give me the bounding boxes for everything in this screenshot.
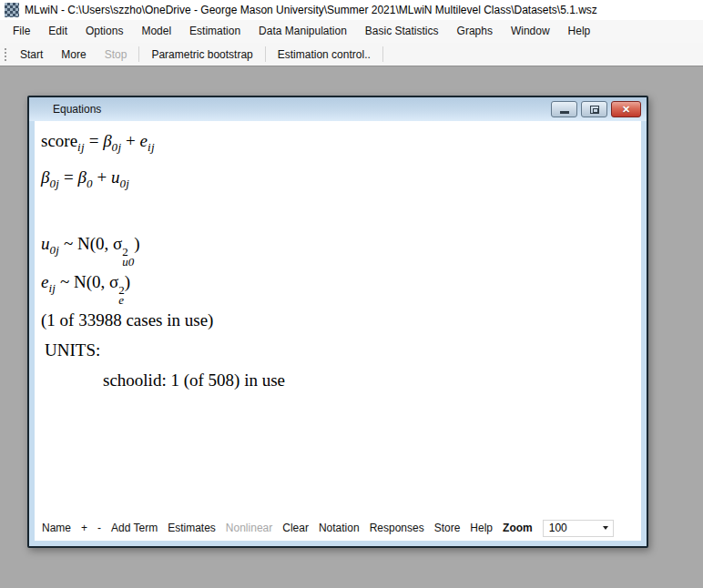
- minus-button[interactable]: -: [97, 522, 101, 534]
- menu-file[interactable]: File: [4, 20, 39, 43]
- estimation-toolbar: Start More Stop Parametric bootstrap Est…: [0, 43, 703, 66]
- cases-in-use-text: (1 of 33988 cases in use): [41, 305, 641, 335]
- menu-estimation[interactable]: Estimation: [180, 20, 250, 43]
- menu-data-manipulation[interactable]: Data Manipulation: [250, 20, 356, 43]
- minimize-icon: [560, 111, 569, 114]
- toolbar-separator: [138, 46, 139, 62]
- units-label: UNITS:: [41, 335, 641, 365]
- equations-client-area: scoreij = β0j + eij β0j = β0 + u0j u0j ~…: [35, 121, 641, 541]
- close-button[interactable]: ✕: [611, 101, 641, 117]
- plus-button[interactable]: +: [81, 522, 87, 534]
- equations-bottom-toolbar: Name + - Add Term Estimates Nonlinear Cl…: [35, 517, 641, 541]
- parametric-bootstrap-button[interactable]: Parametric bootstrap: [142, 44, 261, 66]
- maximize-icon: [590, 106, 599, 114]
- equations-window-title: Equations: [53, 103, 101, 116]
- menu-edit[interactable]: Edit: [39, 20, 76, 43]
- model-equation-blank: [41, 198, 641, 228]
- model-equation-response[interactable]: scoreij = β0j + eij: [41, 126, 641, 162]
- toolbar-separator: [382, 46, 383, 62]
- toolbar-separator: [265, 46, 266, 62]
- equations-window: Equations ✕ scoreij = β0j + eij β0j = β0…: [27, 96, 648, 548]
- stop-button[interactable]: Stop: [96, 44, 137, 66]
- menu-help[interactable]: Help: [559, 20, 600, 43]
- estimates-button[interactable]: Estimates: [168, 522, 216, 534]
- menu-window[interactable]: Window: [502, 20, 559, 43]
- menu-basic-statistics[interactable]: Basic Statistics: [356, 20, 448, 43]
- minimize-button[interactable]: [551, 101, 577, 117]
- estimation-control-button[interactable]: Estimation control..: [269, 44, 380, 66]
- add-term-button[interactable]: Add Term: [111, 522, 158, 534]
- menubar: File Edit Options Model Estimation Data …: [0, 20, 703, 43]
- equations-pane[interactable]: scoreij = β0j + eij β0j = β0 + u0j u0j ~…: [35, 121, 641, 517]
- zoom-dropdown[interactable]: 100: [543, 520, 614, 537]
- help-button[interactable]: Help: [470, 522, 493, 534]
- app-title: MLwiN - C:\Users\szzho\OneDrive - George…: [25, 4, 597, 16]
- more-button[interactable]: More: [52, 44, 95, 66]
- menu-model[interactable]: Model: [132, 20, 180, 43]
- start-button[interactable]: Start: [11, 44, 52, 66]
- nonlinear-button[interactable]: Nonlinear: [226, 522, 272, 534]
- menu-graphs[interactable]: Graphs: [448, 20, 502, 43]
- responses-button[interactable]: Responses: [370, 522, 424, 534]
- window-controls: ✕: [551, 101, 641, 117]
- model-equation-intercept[interactable]: β0j = β0 + u0j: [41, 162, 641, 198]
- name-button[interactable]: Name: [42, 522, 71, 534]
- model-equation-level2-variance[interactable]: u0j ~ N(0, σ2u0): [41, 228, 641, 267]
- mlwin-app-icon: [5, 3, 19, 17]
- zoom-label: Zoom: [503, 522, 533, 534]
- clear-button[interactable]: Clear: [282, 522, 309, 534]
- menu-options[interactable]: Options: [76, 20, 132, 43]
- maximize-button[interactable]: [581, 101, 607, 117]
- zoom-value: 100: [549, 522, 567, 534]
- store-button[interactable]: Store: [434, 522, 461, 534]
- app-titlebar[interactable]: MLwiN - C:\Users\szzho\OneDrive - George…: [0, 0, 703, 20]
- units-detail: schoolid: 1 (of 508) in use: [41, 365, 641, 395]
- toolbar-grip-handle[interactable]: [3, 46, 7, 63]
- chevron-down-icon: [603, 526, 608, 530]
- close-icon: ✕: [622, 102, 630, 117]
- notation-button[interactable]: Notation: [319, 522, 360, 534]
- mlwin-application: MLwiN - C:\Users\szzho\OneDrive - George…: [0, 0, 703, 66]
- equations-titlebar[interactable]: Equations ✕: [29, 97, 647, 121]
- model-equation-level1-variance[interactable]: eij ~ N(0, σ2e): [41, 267, 641, 305]
